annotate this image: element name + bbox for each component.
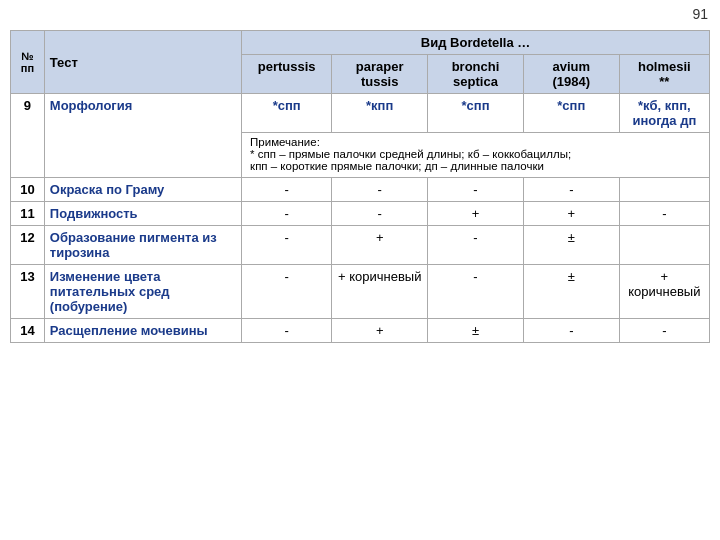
cell-bronchi: +: [428, 202, 524, 226]
cell-holmesii: [619, 226, 709, 265]
row-num: 12: [11, 226, 45, 265]
cell-holmesii: + коричневый: [619, 265, 709, 319]
main-table: № пп Тест Вид Bordetella … pertussis par…: [10, 30, 710, 343]
row-label: Изменение цвета питательных сред (побуре…: [44, 265, 241, 319]
cell-avium: -: [523, 319, 619, 343]
row-label: Окраска по Граму: [44, 178, 241, 202]
table-row: 11Подвижность--++-: [11, 202, 710, 226]
cell-bronchi: -: [428, 178, 524, 202]
cell-bronchi: *спп: [428, 94, 524, 133]
cell-avium: +: [523, 202, 619, 226]
row-label: Расщепление мочевины: [44, 319, 241, 343]
cell-pertussis: -: [242, 265, 332, 319]
row-label: Морфология: [44, 94, 241, 178]
table-row: 10Окраска по Граму----: [11, 178, 710, 202]
cell-paratussis: *кпп: [332, 94, 428, 133]
header-bordetella: Вид Bordetella …: [242, 31, 710, 55]
header-test: Тест: [44, 31, 241, 94]
cell-paratussis: + коричневый: [332, 265, 428, 319]
note-cell: Примечание: * спп – прямые палочки средн…: [242, 133, 710, 178]
cell-paratussis: -: [332, 178, 428, 202]
cell-avium: ±: [523, 265, 619, 319]
table-row: 9Морфология*спп*кпп*спп*спп*кб, кпп, ино…: [11, 94, 710, 133]
header-row-1: № пп Тест Вид Bordetella …: [11, 31, 710, 55]
cell-paratussis: +: [332, 226, 428, 265]
table-row: 12Образование пигмента из тирозина-+-±: [11, 226, 710, 265]
row-num: 13: [11, 265, 45, 319]
row-num: 9: [11, 94, 45, 178]
header-num: № пп: [11, 31, 45, 94]
row-num: 10: [11, 178, 45, 202]
header-paratussis: parapertussis: [332, 55, 428, 94]
table-row: 13Изменение цвета питательных сред (побу…: [11, 265, 710, 319]
cell-holmesii: [619, 178, 709, 202]
row-label: Подвижность: [44, 202, 241, 226]
cell-holmesii: *кб, кпп, иногда дп: [619, 94, 709, 133]
cell-avium: ±: [523, 226, 619, 265]
cell-bronchi: ±: [428, 319, 524, 343]
cell-paratussis: -: [332, 202, 428, 226]
header-bronchi: bronchiseptica: [428, 55, 524, 94]
row-num: 14: [11, 319, 45, 343]
cell-holmesii: -: [619, 319, 709, 343]
cell-avium: -: [523, 178, 619, 202]
row-num: 11: [11, 202, 45, 226]
cell-paratussis: +: [332, 319, 428, 343]
cell-pertussis: -: [242, 319, 332, 343]
cell-pertussis: -: [242, 226, 332, 265]
row-label: Образование пигмента из тирозина: [44, 226, 241, 265]
cell-pertussis: *спп: [242, 94, 332, 133]
page-number: 91: [692, 6, 708, 22]
cell-pertussis: -: [242, 202, 332, 226]
header-pertussis: pertussis: [242, 55, 332, 94]
header-avium: avium(1984): [523, 55, 619, 94]
cell-avium: *спп: [523, 94, 619, 133]
cell-holmesii: -: [619, 202, 709, 226]
cell-bronchi: -: [428, 265, 524, 319]
table-container: № пп Тест Вид Bordetella … pertussis par…: [0, 0, 720, 353]
cell-pertussis: -: [242, 178, 332, 202]
table-body: 9Морфология*спп*кпп*спп*спп*кб, кпп, ино…: [11, 94, 710, 343]
table-row: 14Расщепление мочевины-+±--: [11, 319, 710, 343]
cell-bronchi: -: [428, 226, 524, 265]
header-holmesii: holmesii**: [619, 55, 709, 94]
